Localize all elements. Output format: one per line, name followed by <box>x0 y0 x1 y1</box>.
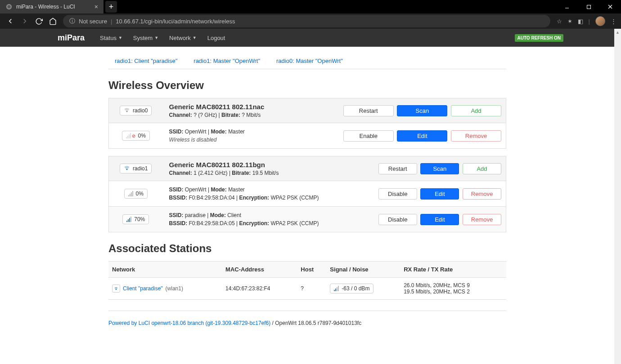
maximize-button[interactable] <box>578 0 599 13</box>
wireless-overview-table-2: radio1 Generic MAC80211 802.11bgn Channe… <box>108 156 506 232</box>
window-close-button[interactable] <box>599 0 621 13</box>
chevron-down-icon: ▼ <box>154 36 158 40</box>
reload-button[interactable] <box>35 18 43 25</box>
auto-refresh-badge[interactable]: AUTO REFRESH ON <box>515 34 564 42</box>
assoc-network-cell: Client "paradise" (wlan1) <box>112 284 218 293</box>
window-controls <box>556 0 621 13</box>
signal-badge: ⊘ 0% <box>122 131 150 141</box>
add-button[interactable]: Add <box>463 163 501 174</box>
scroll-up-icon[interactable]: ▲ <box>614 29 621 36</box>
browser-chrome: miPara - Wireless - LuCI × + ⓘ Not secur… <box>0 0 621 29</box>
wireless-overview-table: radio0 Generic MAC80211 802.11nac Channe… <box>108 98 506 149</box>
scan-button[interactable]: Scan <box>420 163 459 174</box>
menu-system[interactable]: System▼ <box>133 35 158 41</box>
device-title: Generic MAC80211 802.11bgn <box>169 161 342 169</box>
svg-rect-3 <box>587 5 590 9</box>
assoc-network-link[interactable]: Client "paradise" <box>123 285 163 292</box>
separator: | <box>589 18 590 25</box>
restart-button[interactable]: Restart <box>343 105 394 116</box>
device-subtitle: Channel: ? (? GHz) | Bitrate: ? Mbit/s <box>169 112 331 118</box>
new-tab-button[interactable]: + <box>105 1 117 13</box>
restart-button[interactable]: Restart <box>378 163 417 174</box>
forward-button[interactable] <box>21 17 29 25</box>
address-bar: ⓘ Not secure | 10.66.67.1/cgi-bin/luci/a… <box>0 13 621 29</box>
menu-icon[interactable]: ⋮ <box>611 18 616 25</box>
col-rate: RX Rate / TX Rate <box>400 262 506 278</box>
chevron-down-icon: ▼ <box>193 36 197 40</box>
footer-text: / OpenWrt 18.06.5 r7897-9d401013fc <box>270 320 361 326</box>
browser-tab[interactable]: miPara - Wireless - LuCI × <box>0 0 104 13</box>
disable-button[interactable]: Disable <box>378 214 417 225</box>
page-title: Wireless Overview <box>108 79 506 92</box>
scan-button[interactable]: Scan <box>397 105 447 116</box>
svg-point-8 <box>116 289 117 290</box>
minimize-button[interactable] <box>556 0 578 13</box>
menu-network[interactable]: Network▼ <box>169 35 197 41</box>
network-row: 70% SSID: paradise | Mode: Client BSSID:… <box>109 207 506 232</box>
signal-badge: 0% <box>124 189 148 199</box>
signal-icon <box>126 133 131 138</box>
not-secure-label: Not secure <box>79 18 107 25</box>
assoc-mac: 14:4D:67:23:82:F4 <box>222 278 297 300</box>
chevron-down-icon: ▼ <box>118 36 122 40</box>
separator: | <box>111 18 112 25</box>
associated-stations-table: Network MAC-Address Host Signal / Noise … <box>108 261 506 300</box>
signal-badge: 70% <box>122 214 149 224</box>
menu-status[interactable]: Status▼ <box>100 35 122 41</box>
svg-point-6 <box>126 111 128 112</box>
col-mac: MAC-Address <box>222 262 297 278</box>
add-button[interactable]: Add <box>451 105 501 116</box>
site-info-icon[interactable]: ⓘ <box>69 17 75 25</box>
app-header: miPara Status▼ System▼ Network▼ Logout A… <box>0 29 621 47</box>
back-button[interactable] <box>6 17 14 25</box>
home-button[interactable] <box>49 18 57 25</box>
extension2-icon[interactable]: ◧ <box>578 18 583 25</box>
tab-radio1-master[interactable]: radio1: Master "OpenWrt" <box>194 58 260 64</box>
radio-badge: radio1 <box>120 164 152 173</box>
svg-point-7 <box>126 169 128 170</box>
edit-button[interactable]: Edit <box>397 130 447 142</box>
edit-button[interactable]: Edit <box>420 214 459 225</box>
remove-button[interactable]: Remove <box>463 214 501 225</box>
favicon-icon <box>5 3 13 10</box>
signal-icon <box>126 217 131 222</box>
col-network: Network <box>108 262 222 278</box>
network-row: 0% SSID: OpenWrt | Mode: Master BSSID: F… <box>109 181 506 207</box>
tab-radio1-client[interactable]: radio1: Client "paradise" <box>115 58 177 64</box>
profile-avatar[interactable] <box>595 16 605 26</box>
section-title: Associated Stations <box>108 242 506 255</box>
disabled-icon: ⊘ <box>132 133 135 138</box>
enable-button[interactable]: Enable <box>343 130 394 142</box>
assoc-host: ? <box>297 278 326 300</box>
table-row: Client "paradise" (wlan1) 14:4D:67:23:82… <box>108 278 506 300</box>
device-subtitle: Channel: 1 (2.412 GHz) | Bitrate: 19.5 M… <box>169 170 342 176</box>
footer-link[interactable]: Powered by LuCI openwrt-18.06 branch (gi… <box>108 320 270 326</box>
edit-button[interactable]: Edit <box>420 188 459 200</box>
device-row-radio1: radio1 Generic MAC80211 802.11bgn Channe… <box>109 156 506 181</box>
wifi-icon <box>112 284 120 293</box>
svg-point-1 <box>8 5 11 9</box>
radio-icon <box>124 107 130 114</box>
signal-icon <box>128 191 133 196</box>
sub-tabs: radio1: Client "paradise" radio1: Master… <box>108 54 506 69</box>
tab-radio0-master[interactable]: radio0: Master "OpenWrt" <box>276 58 343 64</box>
menu-logout[interactable]: Logout <box>207 35 225 41</box>
assoc-rate: 26.0 Mbit/s, 20MHz, MCS 9 19.5 Mbit/s, 2… <box>400 278 506 300</box>
signal-icon <box>334 286 339 291</box>
star-icon[interactable]: ☆ <box>557 18 562 25</box>
tab-bar: miPara - Wireless - LuCI × + <box>0 0 621 13</box>
radio-icon <box>124 165 130 172</box>
brand[interactable]: miPara <box>58 33 85 43</box>
remove-button[interactable]: Remove <box>451 130 501 142</box>
url-input[interactable]: ⓘ Not secure | 10.66.67.1/cgi-bin/luci/a… <box>63 15 550 27</box>
remove-button[interactable]: Remove <box>463 188 501 200</box>
disable-button[interactable]: Disable <box>378 188 417 200</box>
scrollbar[interactable]: ▲ <box>614 29 621 364</box>
col-host: Host <box>297 262 326 278</box>
close-icon[interactable]: × <box>94 3 98 10</box>
device-title: Generic MAC80211 802.11nac <box>169 103 331 111</box>
col-signal: Signal / Noise <box>326 262 400 278</box>
radio-badge: radio0 <box>120 106 152 115</box>
url-text: 10.66.67.1/cgi-bin/luci/admin/network/wi… <box>116 18 235 25</box>
extension-icon[interactable]: ✶ <box>567 18 572 25</box>
